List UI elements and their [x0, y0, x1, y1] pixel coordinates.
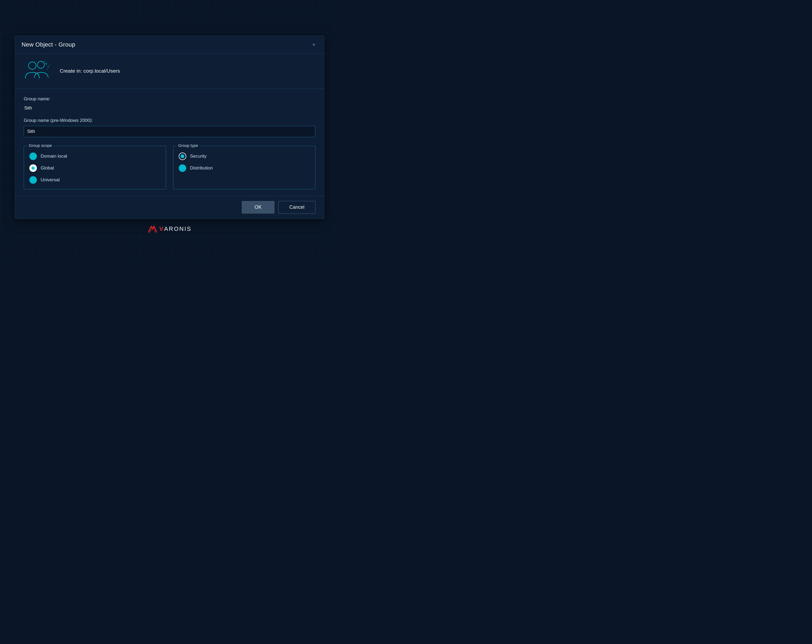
- scope-universal-item[interactable]: Universal: [29, 176, 160, 184]
- cancel-button[interactable]: Cancel: [278, 201, 316, 213]
- type-security-label: Security: [190, 154, 206, 159]
- varonis-footer: VARONIS: [148, 225, 192, 233]
- svg-line-10: [47, 67, 48, 70]
- group-type-radio-group: Security Distribution: [179, 152, 310, 172]
- group-icon: [23, 59, 52, 83]
- scope-domain-local-label: Domain local: [41, 154, 67, 159]
- svg-point-1: [37, 61, 44, 69]
- group-type-fieldset: Group type Security Distribution: [173, 146, 316, 189]
- type-security-item[interactable]: Security: [179, 152, 310, 160]
- scope-global-item[interactable]: Global: [29, 164, 160, 172]
- varonis-logo-text: VARONIS: [159, 225, 192, 233]
- dialog-header: Create in: corp.local/Users: [15, 53, 324, 89]
- dialog-footer: OK Cancel: [15, 196, 324, 218]
- scope-global-radio[interactable]: [29, 164, 37, 172]
- create-in-text: Create in: corp.local/Users: [60, 68, 120, 74]
- type-distribution-label: Distribution: [190, 166, 213, 171]
- scope-universal-radio[interactable]: [29, 176, 37, 184]
- type-security-radio[interactable]: [179, 152, 186, 160]
- svg-point-0: [29, 62, 36, 69]
- scope-universal-label: Universal: [41, 177, 60, 183]
- group-name-pre2000-input[interactable]: [24, 126, 316, 137]
- svg-line-7: [46, 64, 48, 67]
- group-name-label: Group name:: [24, 96, 316, 102]
- group-type-legend: Group type: [177, 143, 200, 148]
- scope-domain-local-radio[interactable]: [29, 152, 37, 160]
- new-object-group-dialog: New Object - Group ×: [15, 36, 324, 219]
- type-distribution-radio[interactable]: [179, 164, 186, 172]
- group-scope-legend: Group scope: [27, 143, 53, 148]
- scope-global-label: Global: [41, 166, 54, 171]
- dialog-titlebar: New Object - Group ×: [15, 36, 324, 53]
- close-button[interactable]: ×: [310, 41, 317, 49]
- type-distribution-item[interactable]: Distribution: [179, 164, 310, 172]
- varonis-logo-icon: [148, 225, 158, 233]
- group-name-static-value: Sith: [24, 104, 316, 112]
- scope-domain-local-item[interactable]: Domain local: [29, 152, 160, 160]
- group-name-pre2000-label: Group name (pre-Windows 2000):: [24, 118, 316, 123]
- ok-button[interactable]: OK: [242, 201, 275, 213]
- dialog-body: Group name: Sith Group name (pre-Windows…: [15, 89, 324, 196]
- svg-line-9: [48, 65, 49, 67]
- group-scope-radio-group: Domain local Global Universal: [29, 152, 160, 184]
- dialog-title: New Object - Group: [21, 41, 75, 48]
- group-scope-fieldset: Group scope Domain local Global Universa…: [24, 146, 166, 189]
- scope-type-row: Group scope Domain local Global Universa…: [24, 146, 316, 189]
- svg-line-8: [45, 62, 46, 64]
- group-people-svg: [23, 59, 52, 83]
